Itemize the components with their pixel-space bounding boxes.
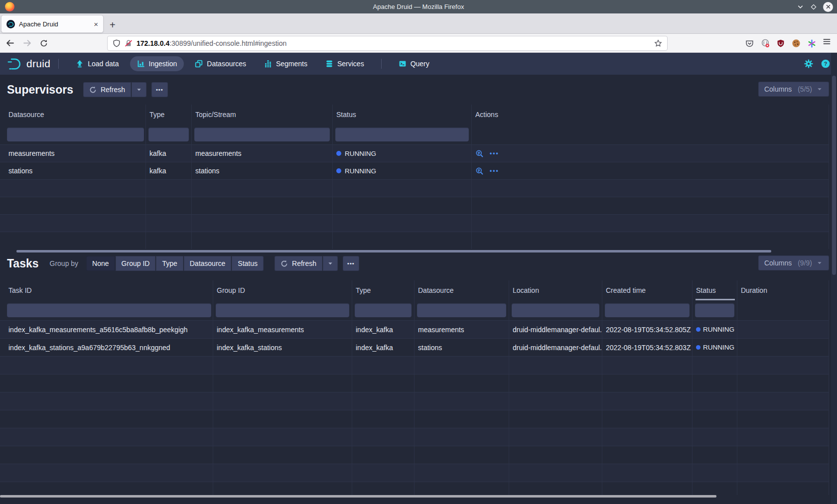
nav-item-segments[interactable]: Segments	[257, 56, 314, 71]
col-header-task-id[interactable]: Task ID	[0, 280, 213, 300]
filter-group-id-input[interactable]	[216, 303, 349, 317]
druid-nav: druid Load data Ingestion Datasources Se…	[0, 53, 837, 75]
filter-task-id-input[interactable]	[7, 303, 211, 317]
filter-status-input[interactable]	[695, 303, 734, 317]
refresh-button[interactable]: Refresh	[83, 82, 131, 97]
nav-divider-2	[381, 59, 382, 69]
supervisors-horizontal-scrollbar[interactable]	[16, 250, 771, 252]
url-bar[interactable]: 172.18.0.4:30899/unified-console.html#in…	[107, 36, 668, 51]
refresh-label: Refresh	[292, 259, 316, 267]
col-header-type[interactable]: Type	[352, 280, 415, 300]
browser-tab[interactable]: Apache Druid ×	[1, 15, 104, 33]
caret-down-icon	[327, 260, 334, 267]
menu-hamburger-icon[interactable]	[823, 37, 831, 46]
group-by-segmented: None Group ID Type Datasource Status	[86, 256, 264, 271]
col-header-created-time[interactable]: Created time	[602, 280, 693, 300]
supervisor-row[interactable]: stations kafka stations RUNNING •••	[0, 162, 829, 179]
col-header-location[interactable]: Location	[509, 280, 602, 300]
empty-row	[0, 197, 829, 214]
page-vertical-scrollbar[interactable]	[831, 53, 837, 504]
supervisors-more-button[interactable]: •••	[151, 82, 168, 97]
supervisors-filter-row	[0, 125, 829, 144]
back-icon[interactable]	[3, 36, 17, 50]
col-header-topic-stream[interactable]: Topic/Stream	[192, 105, 333, 125]
insecure-lock-icon[interactable]	[125, 39, 133, 47]
browser-toolbar: 172.18.0.4:30899/unified-console.html#in…	[0, 34, 837, 53]
filter-type-input[interactable]	[148, 127, 189, 141]
group-by-group-id-button[interactable]: Group ID	[116, 256, 156, 271]
col-header-type[interactable]: Type	[146, 105, 192, 125]
supervisor-row[interactable]: measurements kafka measurements RUNNING …	[0, 144, 829, 162]
filter-topic-input[interactable]	[194, 127, 330, 141]
filter-status-input[interactable]	[335, 127, 469, 141]
maximize-icon[interactable]	[810, 3, 817, 10]
columns-label: Columns	[764, 259, 792, 267]
supervisors-columns-button[interactable]: Columns(5/5)	[758, 82, 829, 97]
settings-gear-icon[interactable]	[804, 59, 813, 68]
col-header-datasource[interactable]: Datasource	[415, 280, 509, 300]
filter-location-input[interactable]	[512, 303, 599, 317]
minimize-icon[interactable]	[797, 3, 804, 10]
nav-item-services[interactable]: Services	[318, 56, 371, 71]
task-row[interactable]: index_kafka_measurements_a5616c5ba8afb8b…	[0, 320, 829, 338]
row-more-icon[interactable]: •••	[490, 167, 499, 174]
pocket-icon[interactable]	[745, 39, 754, 48]
ingestion-icon	[137, 60, 145, 68]
filter-datasource-input[interactable]	[7, 127, 144, 141]
tasks-columns-button[interactable]: Columns(9/9)	[758, 255, 829, 270]
close-button[interactable]	[823, 2, 833, 12]
filter-created-time-input[interactable]	[605, 303, 690, 317]
tasks-horizontal-scrollbar[interactable]	[0, 495, 716, 498]
account-error-icon[interactable]	[761, 39, 770, 48]
col-header-status-sorted[interactable]: Status	[693, 280, 737, 300]
group-by-label: Group by	[50, 259, 79, 267]
help-icon[interactable]: ?	[821, 59, 830, 68]
reload-icon[interactable]	[37, 36, 51, 50]
tasks-table-head: Task ID Group ID Type Datasource Locatio…	[0, 280, 829, 300]
columns-count: (9/9)	[798, 259, 812, 267]
group-by-datasource-button[interactable]: Datasource	[184, 256, 232, 271]
tab-close-icon[interactable]: ×	[94, 20, 98, 28]
refresh-button[interactable]: Refresh	[275, 256, 322, 271]
filter-type-input[interactable]	[355, 303, 412, 317]
cookie-icon[interactable]	[792, 39, 801, 48]
tasks-more-button[interactable]: •••	[343, 256, 359, 271]
cell-status: RUNNING	[693, 339, 737, 356]
nav-item-load-data[interactable]: Load data	[69, 56, 126, 71]
refresh-caret-button[interactable]	[323, 256, 338, 271]
col-header-status[interactable]: Status	[333, 105, 472, 125]
filter-datasource-input[interactable]	[417, 303, 506, 317]
window-title: Apache Druid — Mozilla Firefox	[0, 3, 837, 10]
supervisors-table: Datasource Type Topic/Stream Status Acti…	[0, 105, 829, 249]
detail-magnifier-icon[interactable]	[475, 167, 484, 175]
nav-label-segments: Segments	[276, 60, 307, 68]
scrollbar-thumb[interactable]	[832, 76, 836, 275]
row-more-icon[interactable]: •••	[490, 150, 499, 157]
forward-icon[interactable]	[20, 36, 34, 50]
col-header-actions[interactable]: Actions	[472, 105, 829, 125]
url-text[interactable]: 172.18.0.4:30899/unified-console.html#in…	[137, 39, 650, 47]
tracking-shield-icon[interactable]	[113, 39, 121, 47]
nav-divider	[58, 59, 59, 69]
group-by-none-button[interactable]: None	[86, 256, 115, 271]
col-header-duration[interactable]: Duration	[737, 280, 829, 300]
group-by-status-button[interactable]: Status	[232, 256, 264, 271]
new-tab-button[interactable]: +	[110, 20, 116, 30]
col-header-datasource[interactable]: Datasource	[0, 105, 146, 125]
cell-status: RUNNING	[693, 321, 737, 338]
druid-logo[interactable]: druid	[7, 57, 50, 71]
tasks-title: Tasks	[7, 257, 39, 270]
col-header-group-id[interactable]: Group ID	[213, 280, 352, 300]
nav-item-datasources[interactable]: Datasources	[188, 56, 253, 71]
tab-bar: Apache Druid × +	[0, 13, 837, 34]
nav-label-services: Services	[337, 60, 364, 68]
container-icon[interactable]	[808, 39, 816, 48]
nav-item-ingestion[interactable]: Ingestion	[130, 56, 184, 71]
ublock-icon[interactable]	[777, 39, 785, 47]
nav-item-query[interactable]: Query	[392, 56, 436, 71]
task-row[interactable]: index_kafka_stations_a9a679b22795b63_nnk…	[0, 338, 829, 356]
bookmark-star-icon[interactable]	[654, 39, 662, 47]
detail-magnifier-icon[interactable]	[475, 149, 484, 158]
refresh-caret-button[interactable]	[132, 82, 146, 97]
group-by-type-button[interactable]: Type	[156, 256, 183, 271]
